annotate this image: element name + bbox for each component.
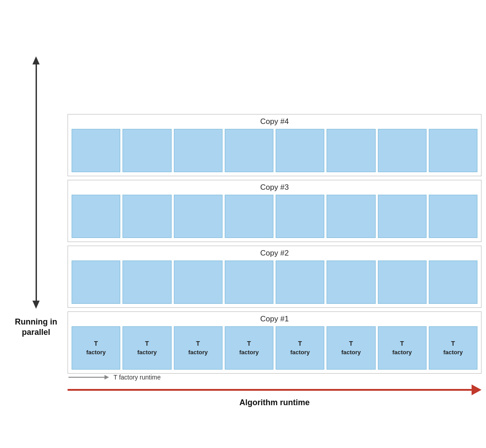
copy-3-label: Copy #3 <box>72 183 477 192</box>
factory-block <box>429 261 477 304</box>
left-axis: Running inparallel <box>5 0 68 398</box>
factory-block: T factory <box>225 326 273 370</box>
block-factory-label: factory <box>188 348 208 357</box>
block-t-label: T <box>196 339 200 348</box>
factory-block <box>174 195 223 238</box>
copy-row-3: Copy #3 <box>68 180 481 242</box>
block-t-label: T <box>349 339 353 348</box>
factory-block: T factory <box>429 326 477 370</box>
factory-block <box>72 261 120 304</box>
factory-block <box>327 129 375 172</box>
factory-block <box>327 195 375 238</box>
block-factory-label: factory <box>290 348 309 357</box>
factory-block <box>72 195 120 238</box>
algorithm-runtime-line <box>68 389 472 391</box>
factory-block <box>378 195 427 238</box>
copy-1-label: Copy #1 <box>72 315 477 324</box>
factory-block <box>123 261 171 304</box>
factory-block <box>225 261 273 304</box>
factory-block: T factory <box>123 326 171 370</box>
factory-block: T factory <box>72 326 120 370</box>
factory-block <box>174 261 223 304</box>
factory-block <box>225 129 273 172</box>
block-t-label: T <box>94 339 98 348</box>
block-factory-label: factory <box>137 348 157 357</box>
factory-block <box>276 129 324 172</box>
block-t-label: T <box>247 339 251 348</box>
block-t-label: T <box>400 339 404 348</box>
block-factory-label: factory <box>443 348 463 357</box>
factory-block: T factory <box>174 326 223 370</box>
factory-block <box>378 261 427 304</box>
copy-row-2: Copy #2 <box>68 246 481 308</box>
t-factory-runtime-row: T factory runtime <box>68 374 481 381</box>
arrow-line <box>36 64 37 301</box>
factory-block <box>276 261 324 304</box>
block-t-label: T <box>298 339 302 348</box>
factory-block <box>429 129 477 172</box>
algorithm-runtime-row <box>68 384 481 395</box>
factory-block <box>378 129 427 172</box>
block-factory-label: factory <box>239 348 259 357</box>
block-factory-label: factory <box>341 348 361 357</box>
copy-row-1: Copy #1 T factory T factory T factory <box>68 311 481 374</box>
copy-4-label: Copy #4 <box>72 117 477 126</box>
copies-stack: Copy #1 T factory T factory T factory <box>68 9 481 374</box>
factory-block <box>225 195 273 238</box>
parallel-label: Running inparallel <box>15 317 57 338</box>
block-t-label: T <box>145 339 149 348</box>
diagram-container: Running inparallel Copy #1 T factory T f… <box>0 0 486 448</box>
algorithm-runtime-label: Algorithm runtime <box>68 398 481 407</box>
copy-3-blocks <box>72 195 477 238</box>
t-factory-runtime-label: T factory runtime <box>114 374 161 381</box>
parallel-arrow <box>32 56 40 309</box>
arrow-head-down-icon <box>32 301 40 309</box>
t-factory-runtime-arrow <box>68 375 109 379</box>
factory-block <box>123 129 171 172</box>
t-factory-line <box>68 377 104 378</box>
factory-block: T factory <box>378 326 427 370</box>
arrow-head-up-icon <box>32 56 40 64</box>
factory-block <box>72 129 120 172</box>
factory-block <box>327 261 375 304</box>
block-t-label: T <box>451 339 455 348</box>
copy-row-4: Copy #4 <box>68 114 481 176</box>
factory-block: T factory <box>276 326 324 370</box>
block-factory-label: factory <box>86 348 105 357</box>
copy-2-blocks <box>72 261 477 304</box>
factory-block: T factory <box>327 326 375 370</box>
factory-block <box>123 195 171 238</box>
t-factory-arrowhead-icon <box>104 375 109 379</box>
factory-block <box>174 129 223 172</box>
copy-2-label: Copy #2 <box>72 249 477 258</box>
copy-1-blocks: T factory T factory T factory T factory <box>72 326 477 370</box>
factory-block <box>429 195 477 238</box>
bottom-section: T factory runtime Algorithm runtime <box>68 374 481 412</box>
main-area: Copy #1 T factory T factory T factory <box>68 9 481 412</box>
algorithm-runtime-arrowhead-icon <box>472 384 481 395</box>
copy-4-blocks <box>72 129 477 172</box>
factory-block <box>276 195 324 238</box>
block-factory-label: factory <box>392 348 412 357</box>
